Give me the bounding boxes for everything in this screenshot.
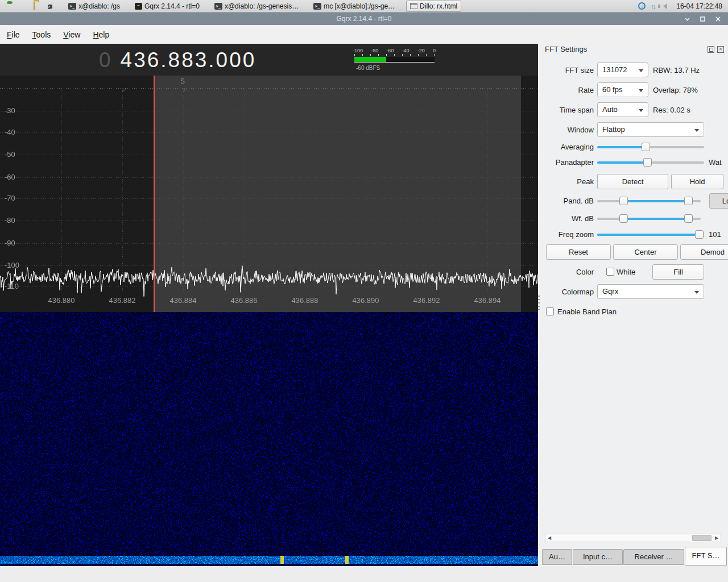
dock-float-icon[interactable] — [708, 46, 714, 53]
raspberry-menu-icon[interactable] — [5, 2, 14, 11]
freq-axis-label: 436.894 — [468, 296, 507, 305]
scroll-left-icon[interactable]: ◀ — [545, 534, 553, 542]
taskbar-window-label: mc [x@diablo]:/gs-ge… — [324, 2, 395, 10]
row-fft-size: FFT size 131072 RBW: 13.7 Hz — [538, 63, 728, 78]
center-button[interactable]: Center — [613, 244, 678, 260]
signal-meter-scale: -100-80-60-40-200 — [353, 48, 436, 53]
dock-close-icon[interactable]: × — [717, 46, 724, 53]
row-band-plan: Enable Band Plan — [538, 304, 728, 319]
signal-meter-value: -60 dBFS — [356, 65, 436, 71]
pand-db-range-slider[interactable] — [597, 200, 701, 202]
taskbar-window-gqrx[interactable]: ~ Gqrx 2.14.4 - rtl=0 — [131, 1, 203, 12]
reset-button[interactable]: Reset — [546, 244, 611, 260]
band-plan-label[interactable]: Enable Band Plan — [557, 304, 617, 319]
taskbar-window-label: Gqrx 2.14.4 - rtl=0 — [144, 2, 200, 10]
menu-help[interactable]: Help — [87, 30, 115, 39]
spectrum-canvas[interactable] — [0, 76, 538, 312]
lock-button[interactable]: Lo — [709, 193, 728, 209]
window-titlebar[interactable]: Gqrx 2.14.4 - rtl=0 — [0, 13, 728, 25]
freq-axis-label: 436.886 — [224, 296, 264, 305]
minimize-icon[interactable] — [684, 16, 690, 22]
panadapter-slider-handle[interactable] — [643, 158, 652, 167]
row-peak: Peak Detect Hold — [538, 174, 728, 189]
peak-hold-button[interactable]: Hold — [671, 174, 723, 189]
web-browser-icon[interactable] — [19, 2, 28, 11]
window-select[interactable]: Flattop — [597, 122, 704, 137]
db-axis-label: -50 — [5, 150, 25, 159]
white-checkbox[interactable] — [606, 268, 614, 276]
freq-zoom-handle[interactable] — [695, 230, 704, 239]
row-wf-db: Wf. dB — [538, 211, 728, 226]
signal-meter-bar — [354, 57, 435, 62]
scrollbar-thumb[interactable] — [692, 535, 712, 541]
spectrum-plot[interactable]: S -30 -40 -50 -60 -70 -80 -90 -100 -110 … — [0, 76, 538, 312]
frequency-display-area: 0436.883.000 -100-80-60-40-200 -60 dBFS — [0, 44, 538, 76]
menu-file[interactable]: File — [1, 30, 26, 39]
close-icon[interactable] — [715, 16, 721, 22]
averaging-slider[interactable] — [597, 146, 704, 148]
waterfall[interactable] — [0, 312, 538, 566]
tuning-line[interactable] — [154, 76, 155, 312]
time-span-select[interactable]: Auto — [597, 102, 648, 117]
bookmark-tag[interactable]: S — [180, 77, 185, 85]
row-panadapter: Panadapter Wat — [538, 155, 728, 170]
maximize-icon[interactable] — [700, 16, 706, 22]
terminal-icon: >_ — [313, 3, 321, 10]
panel-horizontal-scrollbar[interactable]: ◀ ▶ — [545, 534, 721, 542]
menu-view[interactable]: View — [57, 30, 86, 39]
freq-axis-label: 436.890 — [346, 296, 386, 305]
scroll-right-icon[interactable]: ▶ — [713, 534, 721, 542]
window-icon — [410, 3, 417, 9]
db-axis-label: -80 — [5, 216, 25, 225]
wf-db-range-slider[interactable] — [597, 218, 701, 220]
fft-size-select[interactable]: 131072 — [597, 63, 648, 77]
tab-input-controls[interactable]: Input c… — [573, 549, 623, 565]
freq-axis-label: 436.884 — [163, 296, 203, 305]
tab-receiver[interactable]: Receiver … — [623, 549, 684, 565]
signal-meter: -100-80-60-40-200 -60 dBFS — [353, 48, 436, 71]
freq-axis-label: 436.888 — [285, 296, 325, 305]
network-arrows-icon[interactable]: ↑↓ — [651, 3, 655, 10]
taskbar-window-terminal-gs[interactable]: >_ x@diablo: /gs — [65, 1, 123, 12]
terminal-launcher-icon[interactable]: >_ — [48, 2, 57, 11]
tab-audio[interactable]: Au… — [542, 549, 572, 565]
taskbar-window-mc[interactable]: >_ mc [x@diablo]:/gs-ge… — [310, 1, 398, 12]
rate-select[interactable]: 60 fps — [597, 82, 648, 97]
freq-zoom-value: 101 — [709, 227, 721, 242]
pand-db-high-handle[interactable] — [684, 197, 693, 205]
white-checkbox-label[interactable]: White — [617, 264, 635, 280]
updater-icon[interactable]: ↓ — [638, 2, 646, 10]
wf-db-low-handle[interactable] — [619, 214, 628, 223]
system-tray: ↓ ↑↓ 16-04 17:22:48 — [638, 2, 728, 10]
taskbar-clock[interactable]: 16-04 17:22:48 — [676, 2, 722, 10]
tab-fft-settings[interactable]: FFT S… — [685, 547, 727, 566]
taskbar-window-dillo[interactable]: Dillo: rx.html — [406, 1, 461, 12]
averaging-slider-handle[interactable] — [642, 143, 650, 151]
panadapter-slider[interactable] — [597, 161, 704, 164]
terminal-icon: >_ — [214, 3, 222, 10]
frequency-display[interactable]: 0436.883.000 — [99, 44, 256, 76]
peak-detect-button[interactable]: Detect — [597, 174, 668, 189]
file-manager-icon[interactable] — [34, 2, 43, 11]
taskbar-window-terminal-genesis[interactable]: >_ x@diablo: /gs-genesis… — [211, 1, 302, 12]
panel-splitter-handle[interactable] — [538, 296, 540, 313]
signal-meter-level — [354, 57, 386, 62]
db-axis-label: -40 — [5, 128, 25, 136]
row-rate: Rate 60 fps Overlap: 78% — [538, 82, 728, 98]
band-plan-checkbox[interactable] — [546, 307, 554, 315]
volume-icon[interactable] — [660, 3, 667, 9]
colormap-select[interactable]: Gqrx — [597, 284, 704, 299]
taskbar: >_ >_ x@diablo: /gs ~ Gqrx 2.14.4 - rtl=… — [0, 0, 728, 13]
fill-button[interactable]: Fill — [652, 264, 704, 280]
terminal-icon: >_ — [68, 3, 76, 10]
frequency-inactive-digit: 0 — [99, 48, 113, 72]
menu-tools[interactable]: Tools — [27, 30, 57, 39]
menubar: File Tools View Help — [0, 25, 728, 44]
panel-title: FFT Settings — [545, 45, 587, 53]
demod-button[interactable]: Demod — [680, 244, 728, 260]
freq-zoom-slider[interactable] — [597, 234, 704, 236]
pand-db-low-handle[interactable] — [619, 197, 628, 205]
row-pand-db: Pand. dB Lo — [538, 193, 728, 209]
taskbar-window-label: x@diablo: /gs — [78, 2, 120, 10]
wf-db-high-handle[interactable] — [684, 214, 693, 223]
